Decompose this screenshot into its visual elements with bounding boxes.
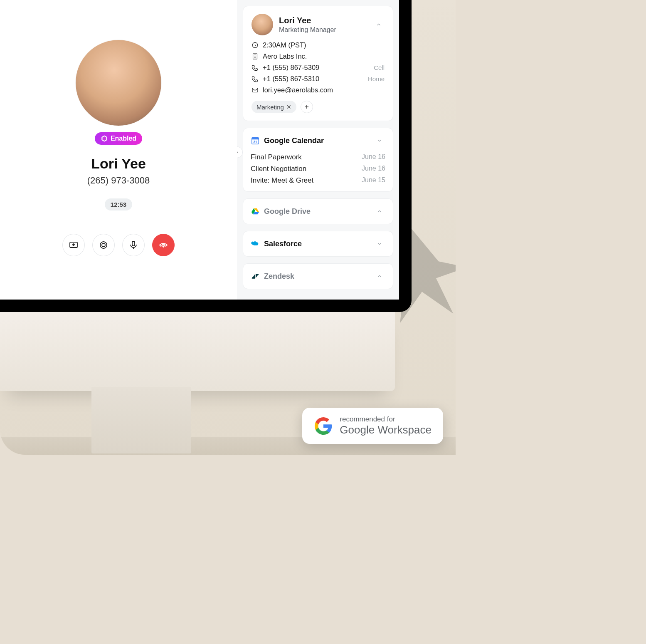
contact-avatar xyxy=(251,14,273,35)
screenshare-icon xyxy=(69,240,79,250)
mute-button[interactable] xyxy=(122,234,145,256)
chevron-up-icon xyxy=(377,273,382,279)
call-pane: Enabled Lori Yee (265) 973-3008 12:53 xyxy=(0,0,237,300)
svg-rect-8 xyxy=(252,88,258,92)
contact-phone1: +1 (555) 867-5309 xyxy=(263,64,319,72)
contact-email-row: lori.yee@aerolabs.com xyxy=(251,86,385,94)
svg-text:31: 31 xyxy=(253,140,257,144)
zendesk-expand-button[interactable] xyxy=(374,270,385,282)
calendar-event-date: June 16 xyxy=(362,153,385,161)
contact-collapse-button[interactable] xyxy=(373,19,385,30)
workspace-badge-line2: Google Workspace xyxy=(340,424,431,436)
contact-company: Aero Labs Inc. xyxy=(263,52,307,60)
google-g-icon xyxy=(314,416,333,436)
call-actions xyxy=(62,234,175,256)
calendar-event-row[interactable]: Client Negotiation June 16 xyxy=(251,165,385,173)
calendar-title: Google Calendar xyxy=(264,136,324,145)
calendar-header[interactable]: 31 Google Calendar xyxy=(243,128,393,153)
caller-avatar xyxy=(76,40,161,126)
workspace-badge: recommended for Google Workspace xyxy=(302,408,443,444)
caller-name: Lori Yee xyxy=(91,156,146,172)
calendar-event-date: June 15 xyxy=(362,176,385,185)
salesforce-card: Salesforce xyxy=(243,231,393,257)
collapse-sidebar-button[interactable] xyxy=(237,146,243,158)
svg-point-3 xyxy=(100,242,107,248)
call-timer: 12:53 xyxy=(105,198,132,211)
microphone-icon xyxy=(128,240,138,250)
ai-hex-icon xyxy=(101,135,108,142)
contact-phone1-label: Cell xyxy=(374,64,385,71)
calendar-event-title: Final Paperwork xyxy=(251,153,302,161)
chevron-down-icon xyxy=(377,241,382,247)
chevron-down-icon xyxy=(377,138,382,144)
svg-rect-7 xyxy=(253,54,257,59)
screenshare-button[interactable] xyxy=(62,234,85,256)
drive-header[interactable]: Google Drive xyxy=(243,199,393,224)
side-pane: Lori Yee Marketing Manager 2:30AM (PST) xyxy=(237,0,399,300)
contact-role: Marketing Manager xyxy=(279,26,336,34)
chevron-up-icon xyxy=(377,208,382,214)
hangup-button[interactable] xyxy=(152,234,175,256)
ai-enabled-pill: Enabled xyxy=(95,132,142,145)
calendar-event-row[interactable]: Final Paperwork June 16 xyxy=(251,153,385,161)
calendar-event-title: Invite: Meet & Greet xyxy=(251,176,313,185)
record-button[interactable] xyxy=(92,234,115,256)
contact-time: 2:30AM (PST) xyxy=(263,41,306,49)
contact-phone2-row: +1 (555) 867-5310 Home xyxy=(251,75,385,83)
arrow-right-icon xyxy=(237,150,239,155)
google-drive-icon xyxy=(251,207,260,216)
zendesk-title: Zendesk xyxy=(264,272,294,281)
contact-company-row: Aero Labs Inc. xyxy=(251,52,385,60)
contact-tag: Marketing ✕ xyxy=(251,101,296,113)
salesforce-icon xyxy=(251,239,260,248)
ai-enabled-label: Enabled xyxy=(111,135,136,142)
contact-phone2: +1 (555) 867-5310 xyxy=(263,75,319,83)
contact-phone1-row: +1 (555) 867-5309 Cell xyxy=(251,64,385,72)
calendar-event-row[interactable]: Invite: Meet & Greet June 15 xyxy=(251,176,385,185)
email-icon xyxy=(251,87,259,94)
calendar-collapse-button[interactable] xyxy=(374,135,385,146)
caller-phone: (265) 973-3008 xyxy=(87,175,150,186)
svg-point-4 xyxy=(102,243,105,247)
zendesk-card: Zendesk xyxy=(243,263,393,289)
remove-tag-button[interactable]: ✕ xyxy=(286,104,291,110)
drive-card: Google Drive xyxy=(243,198,393,224)
phone-icon xyxy=(251,64,259,71)
contact-phone2-label: Home xyxy=(368,75,385,82)
zendesk-header[interactable]: Zendesk xyxy=(243,264,393,289)
add-tag-button[interactable]: + xyxy=(301,101,313,113)
google-calendar-icon: 31 xyxy=(251,136,260,145)
hangup-icon xyxy=(158,240,168,250)
contact-tag-label: Marketing xyxy=(256,104,284,111)
calendar-event-date: June 16 xyxy=(362,165,385,173)
contact-email: lori.yee@aerolabs.com xyxy=(263,86,333,94)
drive-expand-button[interactable] xyxy=(374,206,385,217)
drive-title: Google Drive xyxy=(264,207,311,216)
clock-icon xyxy=(251,42,259,49)
calendar-event-title: Client Negotiation xyxy=(251,165,306,173)
zendesk-icon xyxy=(251,272,260,281)
contact-time-row: 2:30AM (PST) xyxy=(251,41,385,49)
building-icon xyxy=(251,53,259,60)
workspace-badge-line1: recommended for xyxy=(340,415,431,424)
calendar-card: 31 Google Calendar Final Paperwork June … xyxy=(243,128,393,192)
phone-icon xyxy=(251,75,259,82)
svg-rect-10 xyxy=(252,138,259,140)
chevron-up-icon xyxy=(376,22,382,27)
contact-name: Lori Yee xyxy=(279,16,336,25)
record-icon xyxy=(99,240,108,250)
salesforce-title: Salesforce xyxy=(264,240,302,248)
contact-card: Lori Yee Marketing Manager 2:30AM (PST) xyxy=(243,6,393,121)
salesforce-expand-button[interactable] xyxy=(374,238,385,250)
app-window: Enabled Lori Yee (265) 973-3008 12:53 xyxy=(0,0,399,300)
svg-rect-5 xyxy=(132,241,135,246)
salesforce-header[interactable]: Salesforce xyxy=(243,231,393,256)
